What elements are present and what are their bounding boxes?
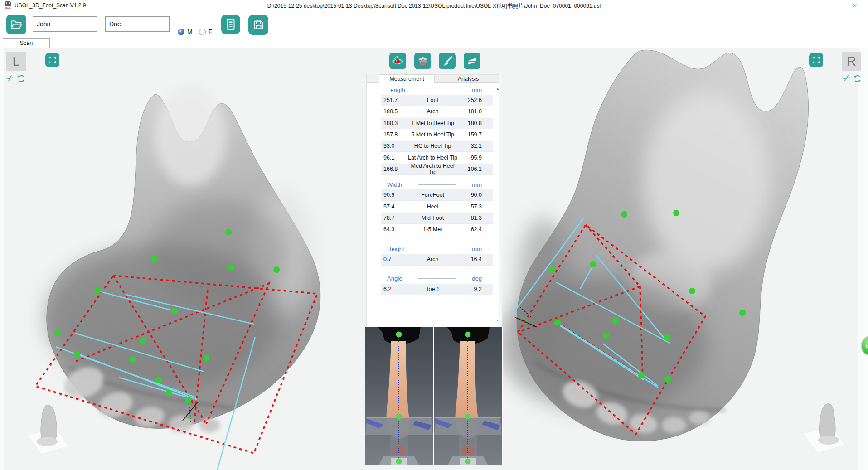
left-foot-value: 157.8: [381, 131, 407, 138]
compare-swap-button[interactable]: [464, 53, 480, 69]
left-expand-button[interactable]: [45, 53, 59, 67]
first-name-input[interactable]: [33, 16, 97, 32]
save-icon: [252, 19, 265, 31]
tab-measurement[interactable]: Measurement: [379, 74, 435, 83]
left-side-label-button[interactable]: L: [6, 52, 26, 71]
measurement-row[interactable]: 57.4Heel57.3: [381, 201, 493, 212]
right-foot-value: 57.3: [458, 204, 493, 210]
section-name: Width: [381, 181, 415, 188]
measurement-label: Heel: [407, 204, 458, 210]
heel-photo-pair: [365, 327, 503, 465]
left-foot-value: 64.3: [381, 226, 407, 233]
left-3d-viewport[interactable]: [4, 48, 366, 470]
measurement-label: ForeFoot: [407, 192, 458, 198]
right-3d-viewport[interactable]: [502, 48, 858, 470]
file-path: D:\2015-12-25 desktop\2015-01-13 Desktop…: [0, 2, 868, 10]
heel-photo-left: [365, 327, 433, 465]
layers-button[interactable]: [414, 53, 431, 69]
measurement-row[interactable]: 90.9ForeFoot90.0: [381, 189, 493, 201]
title-bar: USOL USOL_3D_Foot_Scan V1.2.9 D:\2015-12…: [0, 0, 868, 12]
section-length: Lengthmm251.7Foot252.6180.5Arch181.0180.…: [381, 86, 493, 175]
left-foot-value: 57.4: [381, 204, 407, 210]
last-name-input[interactable]: [105, 16, 170, 32]
measurement-label: Arch: [407, 256, 458, 262]
brush-icon: [441, 55, 453, 67]
toolbar: M F: [0, 12, 868, 38]
left-foot-value: 90.9: [381, 192, 407, 198]
section-name: Length: [381, 87, 415, 93]
section-unit: mm: [461, 246, 493, 252]
measurement-row[interactable]: 78.7Mid-Foot81.3: [381, 213, 493, 224]
document-icon: [225, 18, 237, 31]
eye-icon: [392, 56, 404, 67]
left-foot-value: 166.8: [381, 166, 407, 172]
scissors-icon: ✂: [5, 73, 15, 84]
measurement-label: Lat Arch to Heel Tip: [407, 155, 458, 161]
left-foot-value: 0.7: [381, 256, 407, 262]
measurement-row[interactable]: 96.1Lat Arch to Heel Tip95.9: [381, 152, 493, 163]
right-cut-button[interactable]: ✂: [841, 73, 852, 83]
tab-analysis[interactable]: Analysis: [435, 74, 502, 83]
right-foot-value: 90.0: [458, 192, 493, 198]
gender-male-label: M: [187, 28, 193, 35]
section-width: Widthmm90.9ForeFoot90.057.4Heel57.378.7M…: [381, 180, 493, 235]
minimize-button[interactable]: –: [827, 1, 841, 11]
section-unit: mm: [461, 181, 493, 188]
measurement-label: HC to Heel Tip: [407, 143, 458, 149]
right-foot-value: 81.3: [458, 215, 493, 221]
section-name: Height: [381, 246, 415, 252]
save-button[interactable]: [248, 15, 268, 35]
measurement-table: Lengthmm251.7Foot252.6180.5Arch181.0180.…: [381, 83, 493, 295]
right-rotate-button[interactable]: [852, 73, 863, 83]
left-cut-button[interactable]: ✂: [5, 73, 15, 83]
left-orientation-thumbnail: [27, 405, 69, 455]
right-side-label-button[interactable]: R: [842, 52, 861, 71]
measurement-row[interactable]: 180.5Arch181.0: [381, 106, 493, 117]
left-foot-value: 78.7: [381, 215, 407, 221]
right-foot-value: 252.6: [458, 97, 493, 103]
left-edge-strip: [0, 48, 4, 470]
measurement-row[interactable]: 0.7Arch16.4: [381, 254, 493, 265]
left-foot-value: 180.3: [381, 120, 407, 126]
scissors-icon: ✂: [841, 73, 852, 84]
measurement-row[interactable]: 180.31 Met to Heel Tip180.8: [381, 118, 493, 129]
show-markers-button[interactable]: [389, 53, 406, 69]
left-rotate-button[interactable]: [15, 73, 26, 83]
gender-male-radio[interactable]: [178, 29, 184, 35]
left-foot-value: 33.0: [381, 143, 407, 149]
right-edge-strip: [858, 48, 868, 470]
panel-tab-spacer: [367, 74, 379, 83]
measurement-row[interactable]: 157.85 Met to Heel Tip159.7: [381, 129, 493, 141]
panel-scroll-strip[interactable]: [499, 74, 502, 327]
close-button[interactable]: ✕: [848, 1, 862, 11]
gender-female-label: F: [209, 28, 213, 35]
right-orientation-thumbnail: [803, 403, 845, 453]
section-header: Widthmm: [381, 180, 493, 189]
view-tab-strip: Scan: [0, 38, 868, 48]
open-file-button[interactable]: [6, 15, 26, 34]
left-foot-value: 96.1: [381, 155, 407, 161]
right-foot-value: 32.1: [458, 143, 493, 149]
measurement-row[interactable]: 251.7Foot252.6: [381, 95, 493, 106]
right-foot-value: 180.8: [458, 120, 493, 126]
right-foot-value: 181.0: [458, 108, 493, 115]
measurement-label: Arch: [407, 108, 458, 115]
gender-female-radio[interactable]: [199, 29, 206, 35]
section-name: Angle: [381, 275, 415, 282]
tab-scan[interactable]: Scan: [3, 38, 50, 48]
right-expand-button[interactable]: [809, 53, 823, 67]
measurement-row[interactable]: 33.0HC to Heel Tip32.1: [381, 141, 493, 152]
badge-value: 57: [865, 342, 868, 349]
paint-button[interactable]: [439, 53, 456, 69]
left-foot-value: 180.5: [381, 108, 407, 115]
left-foot-mesh: [45, 86, 320, 433]
measurement-row[interactable]: 64.31-5 Met62.4: [381, 224, 493, 235]
section-divider-line: [418, 249, 456, 249]
left-foot-value: 6.2: [381, 286, 407, 292]
measurement-row[interactable]: 166.8Med Arch to Heel Tip106.1: [381, 164, 493, 175]
measurement-label: Med Arch to Heel Tip: [407, 163, 458, 175]
measurement-row[interactable]: 6.2Toe 19.2: [381, 284, 493, 295]
report-button[interactable]: [221, 15, 240, 34]
section-unit: mm: [461, 87, 493, 93]
section-unit: deg: [461, 275, 493, 282]
